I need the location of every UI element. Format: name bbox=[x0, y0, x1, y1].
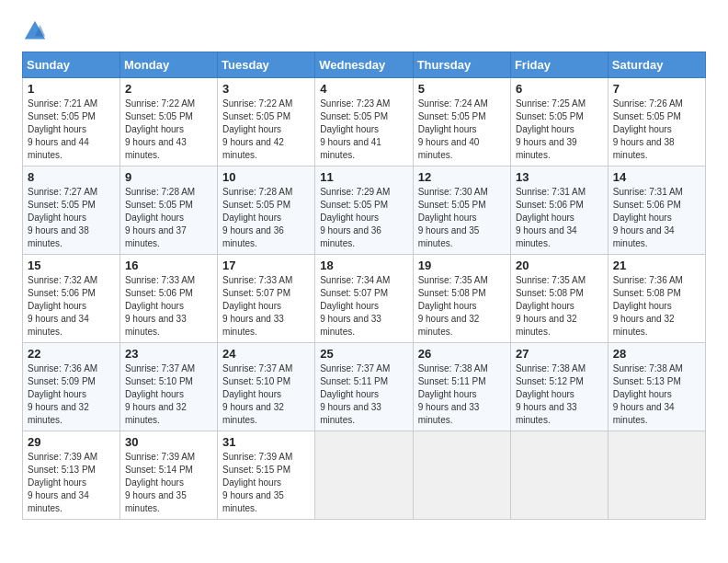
column-header-friday: Friday bbox=[510, 52, 608, 78]
calendar-cell: 28 Sunrise: 7:38 AMSunset: 5:13 PMDaylig… bbox=[608, 343, 705, 431]
logo bbox=[22, 18, 51, 44]
day-number: 31 bbox=[222, 435, 310, 449]
column-header-saturday: Saturday bbox=[608, 52, 705, 78]
calendar-cell: 11 Sunrise: 7:29 AMSunset: 5:05 PMDaylig… bbox=[315, 167, 414, 255]
calendar-week-row: 8 Sunrise: 7:27 AMSunset: 5:05 PMDayligh… bbox=[23, 167, 706, 255]
day-number: 19 bbox=[418, 259, 506, 272]
calendar-cell: 27 Sunrise: 7:38 AMSunset: 5:12 PMDaylig… bbox=[510, 343, 608, 431]
calendar-cell: 5 Sunrise: 7:24 AMSunset: 5:05 PMDayligh… bbox=[413, 78, 510, 167]
column-header-thursday: Thursday bbox=[413, 52, 510, 78]
day-number: 4 bbox=[320, 82, 408, 96]
day-info: Sunrise: 7:39 AMSunset: 5:14 PMDaylight … bbox=[125, 452, 195, 513]
day-info: Sunrise: 7:26 AMSunset: 5:05 PMDaylight … bbox=[613, 98, 683, 160]
calendar-cell: 1 Sunrise: 7:21 AMSunset: 5:05 PMDayligh… bbox=[23, 78, 120, 167]
calendar-cell: 13 Sunrise: 7:31 AMSunset: 5:06 PMDaylig… bbox=[510, 167, 608, 255]
day-info: Sunrise: 7:30 AMSunset: 5:05 PMDaylight … bbox=[418, 187, 488, 248]
calendar-cell bbox=[315, 431, 414, 520]
day-number: 27 bbox=[516, 347, 603, 361]
day-number: 23 bbox=[125, 347, 212, 361]
day-info: Sunrise: 7:38 AMSunset: 5:11 PMDaylight … bbox=[418, 363, 488, 425]
calendar-cell: 18 Sunrise: 7:34 AMSunset: 5:07 PMDaylig… bbox=[315, 255, 414, 343]
calendar-cell: 9 Sunrise: 7:28 AMSunset: 5:05 PMDayligh… bbox=[120, 167, 218, 255]
column-header-sunday: Sunday bbox=[23, 52, 120, 78]
calendar-cell: 24 Sunrise: 7:37 AMSunset: 5:10 PMDaylig… bbox=[218, 343, 315, 431]
day-info: Sunrise: 7:34 AMSunset: 5:07 PMDaylight … bbox=[320, 275, 390, 337]
calendar-cell: 31 Sunrise: 7:39 AMSunset: 5:15 PMDaylig… bbox=[218, 431, 315, 520]
day-info: Sunrise: 7:32 AMSunset: 5:06 PMDaylight … bbox=[28, 275, 97, 337]
day-info: Sunrise: 7:36 AMSunset: 5:08 PMDaylight … bbox=[613, 275, 683, 337]
day-info: Sunrise: 7:39 AMSunset: 5:13 PMDaylight … bbox=[28, 452, 97, 513]
calendar-cell: 20 Sunrise: 7:35 AMSunset: 5:08 PMDaylig… bbox=[510, 255, 608, 343]
day-number: 11 bbox=[320, 170, 408, 184]
day-number: 2 bbox=[125, 82, 212, 96]
day-number: 17 bbox=[222, 259, 310, 272]
column-header-monday: Monday bbox=[120, 52, 218, 78]
calendar-cell: 21 Sunrise: 7:36 AMSunset: 5:08 PMDaylig… bbox=[608, 255, 705, 343]
calendar-week-row: 22 Sunrise: 7:36 AMSunset: 5:09 PMDaylig… bbox=[23, 343, 706, 431]
calendar-cell: 3 Sunrise: 7:22 AMSunset: 5:05 PMDayligh… bbox=[218, 78, 315, 167]
day-number: 16 bbox=[125, 259, 212, 272]
day-info: Sunrise: 7:28 AMSunset: 5:05 PMDaylight … bbox=[222, 187, 292, 248]
day-info: Sunrise: 7:23 AMSunset: 5:05 PMDaylight … bbox=[320, 98, 390, 160]
calendar-cell bbox=[608, 431, 705, 520]
calendar-cell: 23 Sunrise: 7:37 AMSunset: 5:10 PMDaylig… bbox=[120, 343, 218, 431]
day-number: 12 bbox=[418, 170, 506, 184]
calendar-cell: 17 Sunrise: 7:33 AMSunset: 5:07 PMDaylig… bbox=[218, 255, 315, 343]
day-number: 10 bbox=[222, 170, 310, 184]
day-info: Sunrise: 7:29 AMSunset: 5:05 PMDaylight … bbox=[320, 187, 390, 248]
day-info: Sunrise: 7:24 AMSunset: 5:05 PMDaylight … bbox=[418, 98, 488, 160]
calendar-cell: 22 Sunrise: 7:36 AMSunset: 5:09 PMDaylig… bbox=[23, 343, 120, 431]
calendar-cell: 4 Sunrise: 7:23 AMSunset: 5:05 PMDayligh… bbox=[315, 78, 414, 167]
calendar-cell: 19 Sunrise: 7:35 AMSunset: 5:08 PMDaylig… bbox=[413, 255, 510, 343]
day-number: 26 bbox=[418, 347, 506, 361]
calendar-table: SundayMondayTuesdayWednesdayThursdayFrid… bbox=[22, 52, 706, 520]
day-info: Sunrise: 7:22 AMSunset: 5:05 PMDaylight … bbox=[125, 98, 195, 160]
calendar-cell bbox=[413, 431, 510, 520]
calendar-cell: 14 Sunrise: 7:31 AMSunset: 5:06 PMDaylig… bbox=[608, 167, 705, 255]
day-number: 15 bbox=[28, 259, 115, 272]
day-info: Sunrise: 7:37 AMSunset: 5:10 PMDaylight … bbox=[222, 363, 292, 425]
calendar-cell: 15 Sunrise: 7:32 AMSunset: 5:06 PMDaylig… bbox=[23, 255, 120, 343]
day-number: 3 bbox=[222, 82, 310, 96]
calendar-cell bbox=[510, 431, 608, 520]
calendar-week-row: 29 Sunrise: 7:39 AMSunset: 5:13 PMDaylig… bbox=[23, 431, 706, 520]
day-info: Sunrise: 7:31 AMSunset: 5:06 PMDaylight … bbox=[516, 187, 586, 248]
day-number: 13 bbox=[516, 170, 603, 184]
day-info: Sunrise: 7:37 AMSunset: 5:11 PMDaylight … bbox=[320, 363, 390, 425]
day-number: 14 bbox=[613, 170, 700, 184]
day-number: 25 bbox=[320, 347, 408, 361]
calendar-cell: 26 Sunrise: 7:38 AMSunset: 5:11 PMDaylig… bbox=[413, 343, 510, 431]
day-number: 29 bbox=[28, 435, 115, 449]
day-number: 18 bbox=[320, 259, 408, 272]
logo-icon bbox=[22, 18, 48, 44]
day-info: Sunrise: 7:38 AMSunset: 5:12 PMDaylight … bbox=[516, 363, 586, 425]
day-info: Sunrise: 7:33 AMSunset: 5:06 PMDaylight … bbox=[125, 275, 195, 337]
day-info: Sunrise: 7:28 AMSunset: 5:05 PMDaylight … bbox=[125, 187, 195, 248]
calendar-week-row: 1 Sunrise: 7:21 AMSunset: 5:05 PMDayligh… bbox=[23, 78, 706, 167]
day-number: 24 bbox=[222, 347, 310, 361]
day-info: Sunrise: 7:25 AMSunset: 5:05 PMDaylight … bbox=[516, 98, 586, 160]
day-info: Sunrise: 7:31 AMSunset: 5:06 PMDaylight … bbox=[613, 187, 683, 248]
day-info: Sunrise: 7:22 AMSunset: 5:05 PMDaylight … bbox=[222, 98, 292, 160]
day-number: 28 bbox=[613, 347, 700, 361]
day-number: 8 bbox=[28, 170, 115, 184]
day-number: 30 bbox=[125, 435, 212, 449]
calendar-cell: 10 Sunrise: 7:28 AMSunset: 5:05 PMDaylig… bbox=[218, 167, 315, 255]
calendar-cell: 8 Sunrise: 7:27 AMSunset: 5:05 PMDayligh… bbox=[23, 167, 120, 255]
day-number: 6 bbox=[516, 82, 603, 96]
column-header-tuesday: Tuesday bbox=[218, 52, 315, 78]
day-info: Sunrise: 7:38 AMSunset: 5:13 PMDaylight … bbox=[613, 363, 683, 425]
day-info: Sunrise: 7:37 AMSunset: 5:10 PMDaylight … bbox=[125, 363, 195, 425]
page-header bbox=[22, 18, 706, 44]
day-number: 9 bbox=[125, 170, 212, 184]
day-number: 1 bbox=[28, 82, 115, 96]
calendar-cell: 2 Sunrise: 7:22 AMSunset: 5:05 PMDayligh… bbox=[120, 78, 218, 167]
day-number: 20 bbox=[516, 259, 603, 272]
day-number: 5 bbox=[418, 82, 506, 96]
calendar-cell: 16 Sunrise: 7:33 AMSunset: 5:06 PMDaylig… bbox=[120, 255, 218, 343]
day-number: 22 bbox=[28, 347, 115, 361]
calendar-cell: 29 Sunrise: 7:39 AMSunset: 5:13 PMDaylig… bbox=[23, 431, 120, 520]
calendar-week-row: 15 Sunrise: 7:32 AMSunset: 5:06 PMDaylig… bbox=[23, 255, 706, 343]
day-info: Sunrise: 7:39 AMSunset: 5:15 PMDaylight … bbox=[222, 452, 292, 513]
calendar-cell: 30 Sunrise: 7:39 AMSunset: 5:14 PMDaylig… bbox=[120, 431, 218, 520]
